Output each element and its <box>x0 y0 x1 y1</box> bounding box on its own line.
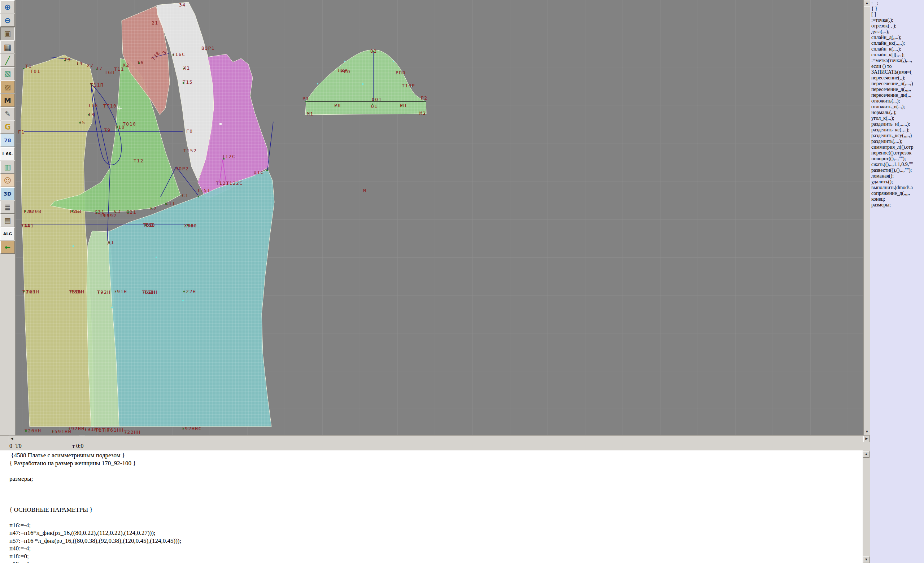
canvas-vscrollbar[interactable]: ▲ ▼ <box>863 0 870 435</box>
picture-page-icon[interactable]: ▧ <box>0 67 15 80</box>
scroll-right-icon[interactable]: ▶ <box>863 436 870 442</box>
zoom-in-icon[interactable]: ⊕ <box>0 0 15 13</box>
canvas-vscroll-thumb[interactable] <box>864 6 870 40</box>
letter-m-icon[interactable]: M <box>0 94 15 107</box>
command-item[interactable]: ломаная(); <box>870 173 924 179</box>
point-label: Т5 <box>79 120 86 125</box>
point-label: Т92НН <box>68 426 85 431</box>
command-item[interactable]: :=метка(точка(,),..., <box>870 58 924 63</box>
point-label: Т61НН <box>107 427 124 433</box>
exit-arrow-icon[interactable]: ← <box>0 241 15 254</box>
command-item[interactable]: сопряжение_д(,,,,, <box>870 190 924 196</box>
command-item[interactable]: отложить(...); <box>870 98 924 104</box>
code-line: п40:=-4; <box>9 545 862 553</box>
command-item[interactable]: пересечение_дн(,., <box>870 92 924 98</box>
grid-icon[interactable]: ▦ <box>0 40 15 53</box>
page-preview-icon[interactable]: ▣ <box>0 27 15 40</box>
canvas-hscrollbar[interactable]: ◀ ▶ <box>0 435 870 442</box>
point-label: С2 <box>150 206 157 211</box>
point-label: С21 <box>126 209 136 215</box>
code-line: размеры; <box>9 475 862 483</box>
command-item[interactable]: симметрия_л((),отр <box>870 144 924 150</box>
ruler-icon[interactable]: 78 <box>0 134 15 147</box>
letter-g-icon[interactable]: G <box>0 121 15 133</box>
command-item[interactable]: сжать((),..,1.1,0.9,"" <box>870 162 924 168</box>
command-item[interactable]: { } <box>870 6 924 12</box>
point-label: Т91Н <box>114 289 127 294</box>
code-vscrollbar[interactable]: ▲ ▼ <box>862 451 870 563</box>
drawing-canvas[interactable]: 3421Т1Т01Т3Т4Х7Т7Т6ПТ11Х2Т6Т16СВОР1Х1Т15… <box>0 0 863 435</box>
command-item[interactable]: если () то <box>870 63 924 69</box>
command-item[interactable]: конец; <box>870 196 924 202</box>
i-66-icon[interactable]: i_66. <box>0 147 15 160</box>
code-scroll-up-icon[interactable]: ▲ <box>863 451 870 458</box>
pattern-piece-bodice-yellow[interactable] <box>21 55 94 427</box>
portrait-icon[interactable]: ☺ <box>0 174 15 187</box>
command-item[interactable]: поворот((),..,""); <box>870 156 924 162</box>
command-item[interactable]: пересечение_н(,...,) <box>870 81 924 87</box>
point-label: Т20В <box>28 209 42 214</box>
command-item[interactable]: удалить(); <box>870 179 924 185</box>
point-label: Т16С <box>172 52 185 57</box>
command-item[interactable]: перенос((),отрезок <box>870 150 924 156</box>
code-scroll-down-icon[interactable]: ▼ <box>863 557 870 563</box>
pattern-sheet-icon[interactable]: ▨ <box>0 81 15 93</box>
point-label: РЛО <box>340 69 351 74</box>
point-label: М1 <box>307 111 314 117</box>
point-label: 21 <box>152 20 159 25</box>
canvas-hscroll-thumb[interactable] <box>79 436 85 442</box>
point-label: Т122С <box>226 180 243 186</box>
table-chart-icon[interactable]: ▥ <box>0 160 15 174</box>
books-icon[interactable]: ▤ <box>0 214 15 227</box>
command-item[interactable]: разделить_ксу(,,,.,) <box>870 133 924 139</box>
list-pages-icon[interactable]: ≣ <box>0 201 15 214</box>
point-label: Т11П <box>90 82 104 88</box>
point-label: Т152 <box>183 148 197 153</box>
point-label: Д1 <box>108 240 114 245</box>
command-item[interactable]: выполнить(dmod\.a <box>870 185 924 190</box>
point-label: М <box>363 188 366 193</box>
command-item[interactable]: разделить(,...); <box>870 139 924 144</box>
command-item[interactable]: [ ] <box>870 12 924 17</box>
three-d-icon[interactable]: 3D <box>0 187 15 200</box>
segment-icon[interactable]: ╱ <box>0 54 15 67</box>
point-label: ВОР2 <box>176 166 189 171</box>
point-label: Х1 <box>183 65 190 71</box>
command-item[interactable]: дуга(,..); <box>870 29 924 34</box>
code-line <box>9 483 862 491</box>
scroll-up-icon[interactable]: ▲ <box>864 0 870 6</box>
point-label: Т92Н <box>97 289 111 295</box>
point-label: 34 <box>179 2 186 7</box>
zoom-out-icon[interactable]: ⊖ <box>0 14 15 27</box>
command-item[interactable]: := ; <box>870 0 924 6</box>
command-item[interactable]: разделить_н(,,,,,,); <box>870 121 924 127</box>
alg-icon[interactable]: ALG <box>0 228 15 240</box>
command-item[interactable]: сплайн_к(,,.,); <box>870 46 924 52</box>
point-label: Т4 <box>76 61 83 66</box>
program-text-panel[interactable]: {4588 Платье с асимметричным подрезом }{… <box>0 451 862 563</box>
command-item[interactable]: сплайн_д(,,..); <box>870 34 924 40</box>
code-line <box>9 514 862 522</box>
command-item[interactable]: отложить_в(..,); <box>870 104 924 110</box>
command-item[interactable]: сплайн_к[](,,.,); <box>870 52 924 58</box>
scroll-left-icon[interactable]: ◀ <box>9 436 15 442</box>
point-label: ТО10 <box>123 121 136 127</box>
command-item[interactable]: угол_к(,.,); <box>870 115 924 121</box>
command-item[interactable]: :=точка(,); <box>870 17 924 23</box>
point-label: Т7 <box>96 66 103 71</box>
point-label: Т5В <box>72 209 82 214</box>
command-item[interactable]: ЗАПИСАТЬ(имя=( <box>870 69 924 75</box>
command-item[interactable]: размеры; <box>870 202 924 208</box>
command-item[interactable]: сплайн_кк(,,,,,); <box>870 40 924 46</box>
code-line <box>9 499 862 506</box>
command-item[interactable]: нормаль(,.); <box>870 110 924 115</box>
scroll-down-icon[interactable]: ▼ <box>864 429 870 435</box>
point-label: Х2 <box>123 63 130 68</box>
command-item[interactable]: отрезок( , ); <box>870 23 924 29</box>
command-item[interactable]: пересечение_д(,,,,, <box>870 87 924 92</box>
drafting-compass-icon[interactable]: ✎ <box>0 107 15 120</box>
command-item[interactable]: пересечение(,,); <box>870 75 924 81</box>
command-item[interactable]: развести((),(),..,""); <box>870 168 924 173</box>
command-item[interactable]: разделить_кс(,,..); <box>870 127 924 133</box>
point-label: РПО <box>396 70 406 75</box>
